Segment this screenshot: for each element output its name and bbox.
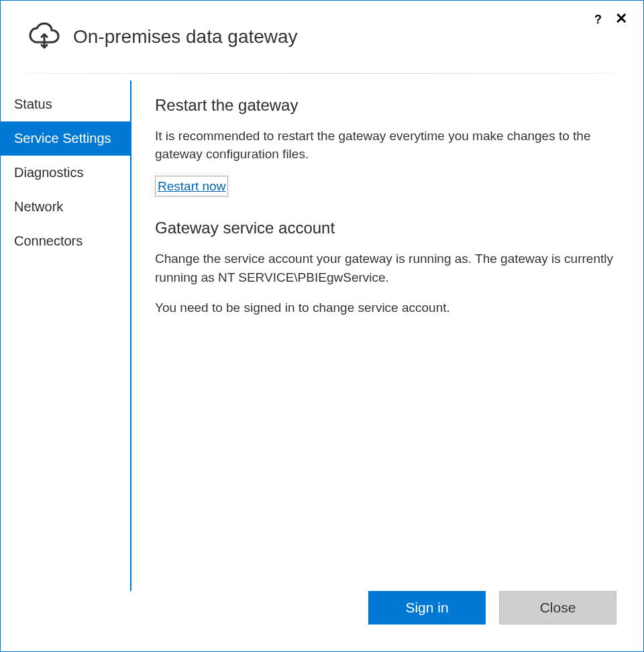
title-bar: On-premises data gateway ? ✕ [1, 1, 643, 66]
sidebar-item-service-settings[interactable]: Service Settings [1, 121, 130, 156]
close-button[interactable]: ✕ [615, 13, 627, 27]
restart-description: It is recommended to restart the gateway… [155, 127, 616, 164]
restart-now-link[interactable]: Restart now [155, 176, 228, 197]
gateway-cloud-icon [28, 21, 61, 53]
service-account-description: Change the service account your gateway … [155, 250, 616, 286]
sidebar-item-connectors[interactable]: Connectors [1, 224, 130, 258]
sidebar-item-diagnostics[interactable]: Diagnostics [1, 156, 130, 190]
service-account-signin-note: You need to be signed in to change servi… [155, 298, 616, 317]
app-title: On-premises data gateway [73, 26, 298, 48]
sign-in-button[interactable]: Sign in [368, 591, 486, 624]
close-footer-button[interactable]: Close [499, 591, 616, 624]
restart-heading: Restart the gateway [155, 94, 616, 117]
sidebar-nav: Status Service Settings Diagnostics Netw… [1, 80, 131, 591]
content-pane: Restart the gateway It is recommended to… [131, 80, 643, 591]
service-account-heading: Gateway service account [155, 217, 616, 240]
help-button[interactable]: ? [594, 13, 602, 27]
app-window: On-premises data gateway ? ✕ Status Serv… [0, 0, 644, 652]
footer-buttons: Sign in Close [1, 591, 643, 651]
sidebar-item-network[interactable]: Network [1, 190, 130, 224]
main-body: Status Service Settings Diagnostics Netw… [1, 74, 643, 591]
sidebar-item-status[interactable]: Status [1, 87, 130, 121]
